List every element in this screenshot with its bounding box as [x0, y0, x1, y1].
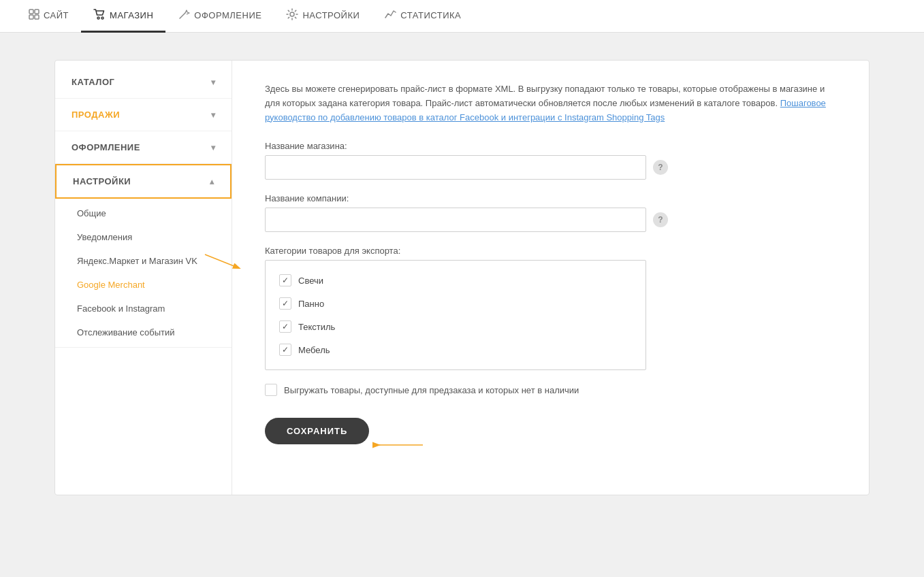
nav-item-stats[interactable]: СТАТИСТИКА	[372, 0, 473, 33]
categories-label: Категории товаров для экспорта:	[265, 246, 836, 256]
content-area: Здесь вы можете сгенерировать прайс-лист…	[232, 61, 869, 495]
sidebar-item-google[interactable]: Google Merchant	[55, 273, 232, 297]
preorder-label: Выгружать товары, доступные для предзака…	[284, 385, 579, 395]
wand-icon	[178, 8, 190, 22]
category-candles-label: Свечи	[298, 276, 323, 286]
company-name-help-icon[interactable]: ?	[653, 212, 668, 227]
gear-icon	[286, 8, 298, 22]
sidebar-item-yandex[interactable]: Яндекс.Маркет и Магазин VK	[55, 249, 232, 273]
sidebar-item-facebook[interactable]: Facebook и Instagram	[55, 297, 232, 320]
sidebar-item-general[interactable]: Общие	[55, 201, 232, 225]
category-textile: Текстиль	[276, 315, 635, 338]
category-candles: Свечи	[276, 269, 635, 292]
sidebar-item-events[interactable]: Отслеживание событий	[55, 320, 232, 344]
sidebar-section-design: ОФОРМЛЕНИЕ ▾	[55, 131, 232, 164]
svg-rect-1	[35, 10, 39, 14]
sidebar-sales-label: ПРОДАЖИ	[71, 110, 120, 120]
categories-field: Категории товаров для экспорта: Свечи Па…	[265, 246, 836, 370]
sidebar-section-catalog: КАТАЛОГ ▾	[55, 66, 232, 99]
sidebar-section-sales: ПРОДАЖИ ▾	[55, 99, 232, 131]
save-button[interactable]: СОХРАНИТЬ	[265, 418, 369, 444]
svg-point-5	[101, 17, 103, 19]
sidebar-design-label: ОФОРМЛЕНИЕ	[71, 142, 140, 152]
nav-label-design: ОФОРМЛЕНИЕ	[194, 10, 261, 20]
svg-rect-2	[29, 15, 33, 19]
sidebar-settings-items: Общие Уведомления Яндекс.Маркет и Магази…	[55, 199, 232, 347]
svg-line-6	[180, 13, 185, 18]
shop-name-field: Название магазина: ?	[265, 141, 836, 180]
nav-label-stats: СТАТИСТИКА	[400, 10, 461, 20]
shop-name-input[interactable]	[265, 155, 646, 180]
category-panels: Панно	[276, 292, 635, 315]
sidebar-section-settings: НАСТРОЙКИ ▴ Общие Уведомления Яндекс.Мар…	[55, 164, 232, 348]
svg-point-7	[290, 12, 294, 16]
sidebar-catalog-label: КАТАЛОГ	[71, 77, 114, 87]
nav-item-site[interactable]: САЙТ	[16, 0, 81, 33]
category-panels-label: Панно	[298, 299, 324, 309]
company-name-field: Название компании: ?	[265, 193, 836, 232]
chart-icon	[384, 8, 396, 22]
nav-item-settings[interactable]: НАСТРОЙКИ	[274, 0, 372, 33]
sidebar-section-header-catalog[interactable]: КАТАЛОГ ▾	[55, 66, 232, 98]
category-furniture-label: Мебель	[298, 345, 330, 355]
category-textile-label: Текстиль	[298, 322, 335, 332]
nav-label-site: САЙТ	[44, 10, 69, 20]
category-candles-checkbox[interactable]	[279, 274, 291, 286]
nav-item-design[interactable]: ОФОРМЛЕНИЕ	[165, 0, 274, 33]
category-panels-checkbox[interactable]	[279, 297, 291, 310]
sidebar-section-header-design[interactable]: ОФОРМЛЕНИЕ ▾	[55, 131, 232, 163]
categories-box: Свечи Панно Текстиль Мебель	[265, 260, 646, 370]
sidebar: КАТАЛОГ ▾ ПРОДАЖИ ▾ ОФОРМЛЕНИЕ ▾	[55, 61, 232, 495]
nav-label-shop: МАГАЗИН	[110, 10, 153, 20]
chevron-down-icon-sales: ▾	[211, 110, 216, 120]
sidebar-item-notifications[interactable]: Уведомления	[55, 225, 232, 249]
company-name-label: Название компании:	[265, 193, 836, 203]
preorder-checkbox[interactable]	[265, 384, 277, 396]
nav-label-settings: НАСТРОЙКИ	[302, 10, 360, 20]
top-nav: САЙТ МАГАЗИН ОФОРМЛЕНИЕ НАСТРОЙКИ	[0, 0, 924, 33]
company-name-input[interactable]	[265, 208, 646, 232]
shop-name-label: Название магазина:	[265, 141, 836, 151]
category-furniture-checkbox[interactable]	[279, 344, 291, 356]
nav-item-shop[interactable]: МАГАЗИН	[81, 0, 165, 33]
sidebar-section-header-sales[interactable]: ПРОДАЖИ ▾	[55, 99, 232, 131]
svg-rect-0	[29, 10, 33, 14]
category-furniture: Мебель	[276, 338, 635, 361]
shop-name-help-icon[interactable]: ?	[653, 160, 668, 175]
chevron-up-icon: ▴	[210, 177, 214, 186]
preorder-row: Выгружать товары, доступные для предзака…	[265, 384, 836, 396]
cart-icon	[93, 9, 106, 22]
sidebar-settings-label: НАСТРОЙКИ	[73, 176, 131, 186]
chevron-down-icon: ▾	[211, 78, 216, 87]
svg-point-4	[97, 17, 99, 19]
grid-icon	[29, 9, 39, 22]
svg-rect-3	[35, 15, 39, 19]
sidebar-section-header-settings[interactable]: НАСТРОЙКИ ▴	[55, 164, 232, 199]
description-text: Здесь вы можете сгенерировать прайс-лист…	[265, 82, 836, 125]
category-textile-checkbox[interactable]	[279, 320, 291, 333]
chevron-down-icon-design: ▾	[211, 143, 216, 152]
